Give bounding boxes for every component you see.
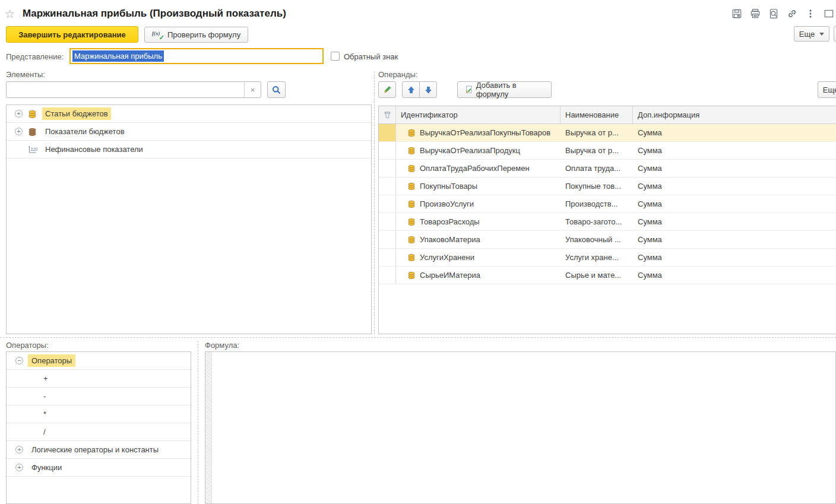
coins-yellow-icon [407,253,416,262]
operand-identifier-cell[interactable]: ПокупныТовары [396,177,560,195]
row-picture-column-header[interactable] [379,106,396,123]
more-menu-icon[interactable] [805,8,816,19]
column-header-identifier[interactable]: Идентификатор [396,106,560,123]
operand-name[interactable]: Покупные тов... [560,177,633,195]
inverse-sign-checkbox[interactable] [331,52,340,61]
expander-icon[interactable]: + [15,128,23,135]
finish-editing-button[interactable]: Завершить редактирование [6,26,138,43]
operands-more-button[interactable]: Еще [818,81,836,98]
row-selector-cell[interactable] [379,160,396,177]
elements-tree-item[interactable]: + 123 Статьи бюджетов [7,105,371,123]
operand-name[interactable]: Услуги хране... [560,249,633,266]
operands-table-header: Идентификатор Наименование Доп.информаци… [379,106,836,124]
page-title: Маржинальная прибыль (Производный показа… [23,8,286,20]
operand-identifier: ПокупныТовары [420,182,477,191]
operand-name[interactable]: Упаковочный ... [560,231,633,248]
operand-row[interactable]: ВыручкаОтРеализаПокупныТоваров Выручка о… [379,124,836,142]
row-selector-cell[interactable] [379,177,396,195]
operator-item[interactable]: + [7,370,191,388]
presentation-input[interactable]: Маржинальная прибыль [69,48,324,64]
row-selector-cell[interactable] [379,249,396,266]
operand-name[interactable]: Сырье и мате... [560,267,633,284]
elements-tree-item[interactable]: 123 Нефинансовые показатели [7,141,371,159]
preview-icon[interactable] [768,8,779,19]
more-button-top[interactable]: Еще [794,26,829,42]
operand-identifier: ВыручкаОтРеализаПокупныТоваров [420,128,550,137]
operand-name[interactable]: Производств... [560,195,633,213]
operator-item[interactable]: + Логические операторы и константы [7,441,191,459]
operand-row[interactable]: УпаковоМатериа Упаковочный ... Сумма [379,231,836,249]
elements-tree-item[interactable]: + 123 Показатели бюджетов [7,123,371,141]
operand-info[interactable]: Сумма [633,249,836,266]
row-selector-cell[interactable] [379,142,396,159]
expander-icon[interactable]: + [15,110,23,118]
operand-identifier-cell[interactable]: СырьеИМатериа [396,267,560,284]
operand-info[interactable]: Сумма [633,195,836,213]
operand-identifier-cell[interactable]: УпаковоМатериа [396,231,560,248]
save-icon[interactable] [732,8,742,19]
operand-identifier-cell[interactable]: ПроизвоУслуги [396,195,560,213]
operand-info[interactable]: Сумма [633,231,836,248]
clipped-button[interactable] [834,26,836,42]
column-header-name[interactable]: Наименование [560,106,633,123]
column-header-info[interactable]: Доп.информация [633,106,836,123]
operand-info[interactable]: Сумма [633,124,836,141]
operand-identifier-cell[interactable]: ВыручкаОтРеализаПродукц [396,142,560,159]
operand-row[interactable]: ПроизвоУслуги Производств... Сумма [379,195,836,213]
operand-name[interactable]: Товаро-загото... [560,213,633,230]
operand-row[interactable]: ОплатаТрудаРабочихПеремен Оплата труда..… [379,160,836,177]
operand-row[interactable]: СырьеИМатериа Сырье и мате... Сумма [379,267,836,284]
elements-tree-item-label: Показатели бюджетов [42,125,128,138]
print-icon[interactable] [750,8,761,19]
operator-item[interactable]: + Функции [7,459,191,477]
vertical-splitter[interactable] [374,71,375,334]
operands-toolbar: Добавить в формулу Еще [378,81,836,98]
formula-editor[interactable] [205,351,836,504]
operand-name[interactable]: Выручка от р... [560,142,633,159]
operand-info[interactable]: Сумма [633,142,836,159]
operand-name[interactable]: Выручка от р... [560,124,633,141]
operator-item[interactable]: - [7,388,191,405]
row-selector-cell[interactable] [379,267,396,284]
operand-identifier-cell[interactable]: ОплатаТрудаРабочихПеремен [396,160,560,177]
expander-icon[interactable]: − [15,357,23,364]
row-selector-cell[interactable] [379,124,396,141]
operand-identifier-cell[interactable]: УслугиХранени [396,249,560,266]
operand-row[interactable]: ПокупныТовары Покупные тов... Сумма [379,177,836,195]
elements-search-input[interactable]: × [6,81,261,98]
operator-item[interactable]: * [7,405,191,423]
move-down-button[interactable] [419,81,437,98]
check-formula-button[interactable]: f(x)✓ Проверить формулу [144,27,248,43]
coins-yellow-icon [407,271,416,280]
window-icon[interactable] [824,8,834,19]
row-selector-cell[interactable] [379,231,396,248]
row-selector-cell[interactable] [379,213,396,230]
formula-text[interactable] [212,352,246,503]
operand-info[interactable]: Сумма [633,267,836,284]
operand-info[interactable]: Сумма [633,177,836,195]
edit-operand-button[interactable] [378,81,396,98]
add-to-formula-button[interactable]: Добавить в формулу [457,81,552,98]
operand-name[interactable]: Оплата труда... [560,160,633,177]
link-icon[interactable] [787,8,797,19]
vertical-splitter-bottom[interactable] [198,341,198,504]
operand-identifier-cell[interactable]: ВыручкаОтРеализаПокупныТоваров [396,124,560,141]
search-button[interactable] [267,81,286,98]
operand-info[interactable]: Сумма [633,213,836,230]
horizontal-splitter[interactable] [0,337,836,338]
presentation-value: Маржинальная прибыль [72,50,164,62]
elements-search-field[interactable] [7,82,244,97]
operator-item[interactable]: − Операторы [7,352,191,370]
row-selector-cell[interactable] [379,195,396,213]
clear-search-icon[interactable]: × [244,82,261,97]
operand-identifier-cell[interactable]: ТоварозРасходы [396,213,560,230]
move-up-button[interactable] [402,81,420,98]
operand-row[interactable]: ВыручкаОтРеализаПродукц Выручка от р... … [379,142,836,160]
favorite-star-icon[interactable]: ☆ [5,7,15,21]
operand-row[interactable]: УслугиХранени Услуги хране... Сумма [379,249,836,267]
operand-row[interactable]: ТоварозРасходы Товаро-загото... Сумма [379,213,836,231]
operand-info[interactable]: Сумма [633,160,836,177]
expander-icon[interactable]: + [15,446,23,454]
expander-icon[interactable]: + [15,464,23,471]
operator-item[interactable]: / [7,423,191,441]
